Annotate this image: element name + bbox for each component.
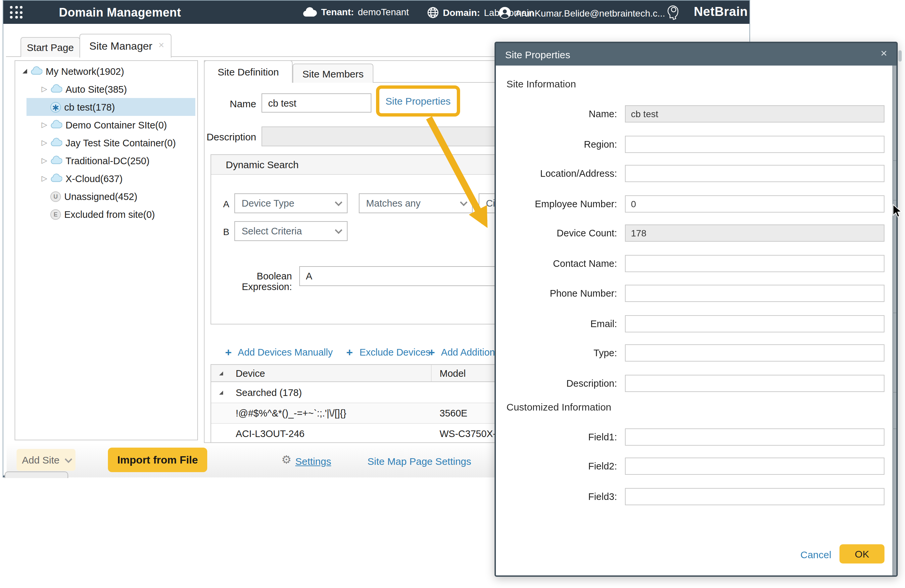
top-header-bar: Domain Management Tenant: demoTenant Dom…	[3, 1, 749, 24]
tree-item-x-cloud[interactable]: ▷ X-Cloud(637)	[16, 170, 197, 188]
criteria-dropdown-a[interactable]: Device Type	[234, 193, 348, 213]
device-table-header[interactable]: Device Model	[211, 365, 505, 382]
tab-start-page[interactable]: Start Page	[21, 37, 80, 57]
modal-field-description: Description:	[496, 375, 896, 392]
close-icon[interactable]: ×	[881, 48, 887, 59]
modal-header[interactable]: Site Properties ×	[496, 43, 896, 65]
tree-item-jay-test[interactable]: ▷ Jay Test Site Container(0)	[16, 134, 197, 152]
site-properties-modal: Site Properties × Site Information Name:…	[495, 42, 898, 577]
group-expand-icon[interactable]	[219, 390, 223, 394]
modal-field-type: Type:	[496, 344, 896, 362]
sort-triangle-icon[interactable]	[219, 371, 223, 375]
mouse-cursor	[892, 204, 902, 219]
modal-field-phone-number: Phone Number:	[496, 285, 896, 302]
name-field[interactable]	[625, 105, 884, 122]
modal-field-field2: Field2:	[496, 458, 896, 475]
collapsed-triangle-icon[interactable]: ▷	[40, 175, 49, 182]
collapsed-triangle-icon[interactable]: ▷	[40, 121, 49, 129]
cloud-site-icon	[50, 84, 62, 94]
settings-link[interactable]: Settings	[295, 456, 331, 467]
device-column-header[interactable]: Device	[236, 368, 265, 378]
phone-number-field[interactable]	[625, 285, 884, 302]
user-info[interactable]: ArunKumar.Belide@netbraintech.c...	[499, 6, 665, 19]
modal-field-field1: Field1:	[496, 428, 896, 446]
user-avatar-icon	[499, 6, 511, 19]
collapsed-triangle-icon[interactable]: ▷	[40, 86, 49, 93]
tab-site-members[interactable]: Site Members	[293, 64, 373, 83]
site-properties-link[interactable]: Site Properties	[386, 95, 451, 106]
collapsed-triangle-icon[interactable]: ▷	[40, 139, 49, 146]
collapsed-triangle-icon[interactable]: ▷	[40, 157, 49, 164]
device-table: Device Model Searched (178) !@#$%^&*()_-…	[211, 364, 505, 443]
operator-dropdown-a[interactable]: Matches any	[359, 193, 473, 213]
tree-item-my-network[interactable]: My Network(1902)	[16, 62, 197, 80]
dynamic-search-group: Dynamic Search A Device Type Matches any…	[211, 154, 505, 324]
exclude-devices-link[interactable]: Exclude Devices	[346, 346, 430, 359]
app-launcher-icon[interactable]	[10, 6, 23, 19]
annotation-highlight-box: Site Properties	[376, 86, 460, 116]
expanded-triangle-icon[interactable]	[22, 69, 27, 73]
ai-head-icon[interactable]	[666, 4, 682, 21]
site-map-page-settings-link[interactable]: Site Map Page Settings	[367, 456, 472, 467]
chevron-down-icon	[335, 226, 343, 234]
user-email: ArunKumar.Belide@netbraintech.c...	[515, 8, 665, 18]
tree-item-cb-test-selected[interactable]: ∗ cb test(178)	[16, 98, 197, 116]
location-address-field[interactable]	[625, 165, 884, 182]
tree-item-excluded[interactable]: E Excluded from site(0)	[16, 205, 197, 223]
tab-site-manager[interactable]: Site Manager ×	[79, 34, 171, 57]
cloud-site-icon	[30, 66, 42, 76]
table-group-row[interactable]: Searched (178)	[211, 382, 505, 403]
employee-number-field[interactable]	[625, 195, 884, 213]
field1-input[interactable]	[625, 428, 884, 446]
device-count-field[interactable]	[625, 224, 884, 242]
dynamic-search-title: Dynamic Search	[211, 155, 505, 175]
import-from-file-button[interactable]: Import from File	[108, 448, 207, 472]
name-label: Name	[215, 98, 256, 109]
table-row[interactable]: !@#$%^&*()_-=+~`:;.'|\/[]{} 3560E	[211, 403, 505, 424]
excluded-icon: E	[50, 209, 61, 219]
cancel-button[interactable]: Cancel	[800, 549, 831, 560]
field2-input[interactable]	[625, 458, 884, 475]
email-field[interactable]	[625, 315, 884, 332]
tree-item-demo-container[interactable]: ▷ Demo Container SIte(0)	[16, 116, 197, 134]
tenant-value: demoTenant	[358, 6, 409, 17]
site-information-heading: Site Information	[506, 78, 576, 89]
modal-field-field3: Field3:	[496, 488, 896, 505]
cloud-site-icon	[50, 119, 62, 130]
tab-close-icon[interactable]: ×	[158, 40, 164, 50]
description-input[interactable]	[262, 127, 505, 146]
hidden-window-tab-stub	[5, 472, 68, 478]
boolean-expression-input[interactable]: A	[299, 266, 506, 286]
gear-icon: ⚙	[281, 453, 292, 467]
tree-item-auto-site[interactable]: ▷ Auto Site(385)	[16, 80, 197, 98]
unassigned-icon: U	[50, 191, 61, 202]
modal-description-field[interactable]	[625, 375, 884, 392]
contact-name-field[interactable]	[625, 255, 884, 272]
modal-title: Site Properties	[505, 49, 570, 60]
site-tree-panel: My Network(1902) ▷ Auto Site(385) ∗ cb t…	[14, 60, 198, 440]
row-b-label: B	[223, 226, 229, 237]
type-field[interactable]	[625, 344, 884, 362]
criteria-dropdown-b[interactable]: Select Criteria	[234, 221, 348, 241]
modal-field-employee-number: Employee Number:	[496, 195, 896, 213]
region-field[interactable]	[625, 136, 884, 153]
tab-site-definition[interactable]: Site Definition	[204, 60, 293, 83]
add-additional-link[interactable]: Add Additiona	[428, 346, 500, 359]
ok-button[interactable]: OK	[840, 544, 884, 564]
site-name-input[interactable]: cb test	[262, 93, 372, 113]
field3-input[interactable]	[625, 488, 884, 505]
cloud-site-icon	[50, 137, 62, 148]
tree-item-unassigned[interactable]: U Unassigned(452)	[16, 188, 197, 205]
add-devices-manually-link[interactable]: Add Devices Manually	[225, 346, 333, 359]
cloud-site-icon	[50, 173, 62, 184]
model-column-header[interactable]: Model	[440, 368, 466, 378]
modal-scrollbar[interactable]	[892, 65, 896, 575]
modal-field-region: Region:	[496, 136, 896, 153]
modal-field-location: Location/Address:	[496, 165, 896, 182]
column-divider	[431, 365, 432, 381]
table-row[interactable]: ACI-L3OUT-246 WS-C3750X-48P	[211, 424, 505, 443]
tenant-info: Tenant: demoTenant	[303, 6, 409, 17]
tree-item-traditional-dc[interactable]: ▷ Traditional-DC(250)	[16, 152, 197, 170]
globe-icon	[427, 6, 439, 19]
add-site-button[interactable]: Add Site	[17, 449, 75, 471]
